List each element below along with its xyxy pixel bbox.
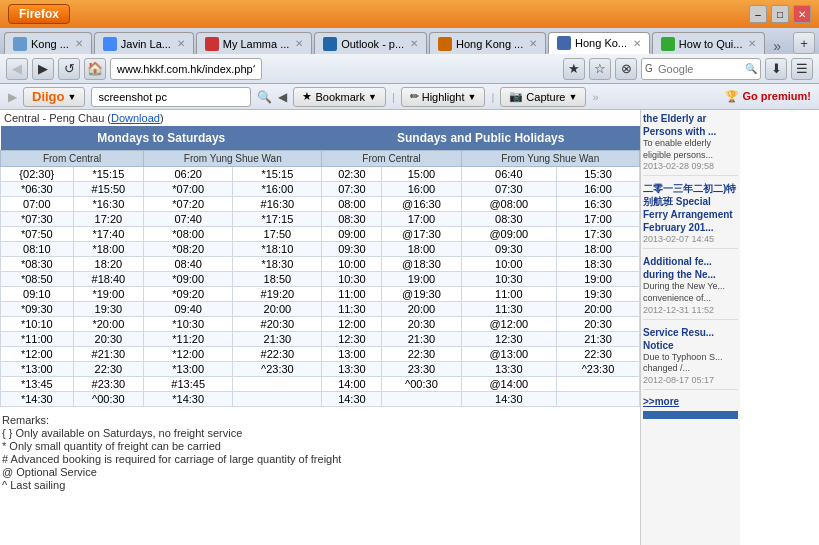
forward-button[interactable]: ▶	[32, 58, 54, 80]
news-title-3[interactable]: Service Resu... Notice	[643, 326, 738, 352]
search-input[interactable]	[641, 58, 761, 80]
firefox-menu-button[interactable]: Firefox	[8, 4, 70, 24]
tab-label: Javin La...	[121, 38, 171, 50]
tab-hkko[interactable]: Hong Ko... ✕	[548, 32, 650, 54]
maximize-button[interactable]: □	[771, 5, 789, 23]
news-more: >>more	[643, 396, 738, 407]
tab-close-howto[interactable]: ✕	[748, 38, 756, 49]
mondays-header: Mondays to Saturdays	[1, 126, 322, 151]
news-item-1: 二零一三年二初二)特别航班 Special Ferry Arrangement …	[643, 182, 738, 249]
sundays-header: Sundays and Public Holidays	[322, 126, 640, 151]
col-from-ysw-1: From Yung Shue Wan	[144, 151, 322, 167]
reload-button[interactable]: ↺	[58, 58, 80, 80]
highlight-button[interactable]: ✏ Highlight ▼	[401, 87, 486, 107]
bookmark-dropdown-icon: ▼	[368, 92, 377, 102]
url-bar-container	[110, 58, 559, 80]
news-title-2[interactable]: Additional fe... during the Ne...	[643, 255, 738, 281]
news-desc-2: During the New Ye... convenience of...	[643, 281, 738, 304]
search-submit-icon[interactable]: 🔍	[745, 63, 757, 74]
table-row: *07:3017:2007:40*17:1508:3017:0008:3017:…	[1, 212, 640, 227]
tab-close-hk1[interactable]: ✕	[529, 38, 537, 49]
table-row: {02:30}*15:1506:20*15:1502:3015:0006:401…	[1, 167, 640, 182]
window-controls: – □ ✕	[749, 5, 811, 23]
remark-line-3: @ Optional Service	[2, 466, 638, 478]
tab-favicon-outlook	[323, 37, 337, 51]
news-date-2: 2012-12-31 11:52	[643, 305, 738, 315]
bookmark-star2-button[interactable]: ☆	[589, 58, 611, 80]
highlight-label: Highlight	[422, 91, 465, 103]
tab-favicon-hkko	[557, 36, 571, 50]
tab-favicon-kong	[13, 37, 27, 51]
news-date-3: 2012-08-17 05:17	[643, 375, 738, 385]
back-button[interactable]: ◀	[6, 58, 28, 80]
ferry-timetable: Mondays to Saturdays Sundays and Public …	[0, 126, 640, 407]
close-button[interactable]: ✕	[793, 5, 811, 23]
main-content: Central - Peng Chau (Download) Mondays t…	[0, 110, 819, 545]
tab-hk1[interactable]: Hong Kong ... ✕	[429, 32, 546, 54]
bookmark-star-button[interactable]: ★	[563, 58, 585, 80]
sidebar-news: the Elderly ar Persons with ... To enabl…	[643, 112, 738, 419]
sidebar-footer-bar	[643, 411, 738, 419]
table-row: *08:50#18:40*09:0018:5010:3019:0010:3019…	[1, 272, 640, 287]
diigo-search-input[interactable]	[91, 87, 251, 107]
diigo-nav-left-icon[interactable]: ◀	[278, 90, 287, 104]
col-from-ysw-2: From Yung Shue Wan	[461, 151, 639, 167]
tab-favicon-howto	[661, 37, 675, 51]
tab-mylamma[interactable]: My Lamma ... ✕	[196, 32, 312, 54]
diigo-search-icon[interactable]: 🔍	[257, 90, 272, 104]
news-title-0[interactable]: the Elderly ar Persons with ...	[643, 112, 738, 138]
highlight-icon: ✏	[410, 90, 419, 103]
bookmark-button[interactable]: ★ Bookmark ▼	[293, 87, 385, 107]
search-bar-container: G 🔍	[641, 58, 761, 80]
diigo-arrow-icon[interactable]: ▶	[8, 90, 17, 104]
table-row: 08:10*18:00*08:20*18:1009:3018:0009:3018…	[1, 242, 640, 257]
news-title-1[interactable]: 二零一三年二初二)特别航班 Special Ferry Arrangement …	[643, 182, 738, 234]
more-link[interactable]: >>more	[643, 396, 679, 407]
tab-howto[interactable]: How to Qui... ✕	[652, 32, 765, 54]
tab-label: How to Qui...	[679, 38, 743, 50]
search-engine-icon: G	[645, 63, 653, 74]
diigo-logo-button[interactable]: Diigo ▼	[23, 87, 85, 107]
minimize-button[interactable]: –	[749, 5, 767, 23]
tab-close-kong[interactable]: ✕	[75, 38, 83, 49]
tab-outlook[interactable]: Outlook - p... ✕	[314, 32, 427, 54]
library-button[interactable]: ☰	[791, 58, 813, 80]
downloads-button[interactable]: ⬇	[765, 58, 787, 80]
highlight-dropdown-icon: ▼	[468, 92, 477, 102]
home-button[interactable]: 🏠	[84, 58, 106, 80]
tab-favicon-mylamma	[205, 37, 219, 51]
tab-close-mylamma[interactable]: ✕	[295, 38, 303, 49]
toolbar-more-icon[interactable]: »	[592, 91, 598, 103]
news-date-0: 2013-02-28 09:58	[643, 161, 738, 171]
col-from-central-2: From Central	[322, 151, 461, 167]
tab-close-hkko[interactable]: ✕	[633, 38, 641, 49]
download-link[interactable]: Download	[111, 112, 160, 124]
capture-button[interactable]: 📷 Capture ▼	[500, 87, 586, 107]
news-desc-0: To enable elderly eligible persons...	[643, 138, 738, 161]
tab-label: Kong ...	[31, 38, 69, 50]
url-bar[interactable]	[110, 58, 262, 80]
remark-line-2: # Advanced booking is required for carri…	[2, 453, 638, 465]
tab-javin[interactable]: Javin La... ✕	[94, 32, 194, 54]
more-tabs-button[interactable]: »	[767, 38, 787, 54]
tab-label: Hong Ko...	[575, 37, 627, 49]
tab-kong[interactable]: Kong ... ✕	[4, 32, 92, 54]
tab-bar: Kong ... ✕ Javin La... ✕ My Lamma ... ✕ …	[0, 28, 819, 54]
tab-close-outlook[interactable]: ✕	[410, 38, 418, 49]
toolbar-separator: |	[392, 91, 395, 103]
diigo-logo: Diigo	[32, 89, 65, 104]
go-premium-button[interactable]: 🏆 Go premium!	[725, 90, 811, 103]
tab-label: Hong Kong ...	[456, 38, 523, 50]
table-row: *11:0020:30*11:2021:3012:3021:3012:3021:…	[1, 332, 640, 347]
table-row: 09:10*19:00*09:20#19:2011:00@19:3011:001…	[1, 287, 640, 302]
capture-icon: 📷	[509, 90, 523, 103]
trophy-icon: 🏆	[725, 90, 739, 102]
table-row: *09:3019:3009:4020:0011:3020:0011:3020:0…	[1, 302, 640, 317]
remark-line-0: { } Only available on Saturdays, no frei…	[2, 427, 638, 439]
new-tab-button[interactable]: +	[793, 32, 815, 54]
tab-close-javin[interactable]: ✕	[177, 38, 185, 49]
stop-button[interactable]: ⊗	[615, 58, 637, 80]
table-row: *10:10*20:00*10:30#20:3012:0020:30@12:00…	[1, 317, 640, 332]
diigo-toolbar: ▶ Diigo ▼ 🔍 ◀ ★ Bookmark ▼ | ✏ Highlight…	[0, 84, 819, 110]
col-from-central-1: From Central	[1, 151, 144, 167]
